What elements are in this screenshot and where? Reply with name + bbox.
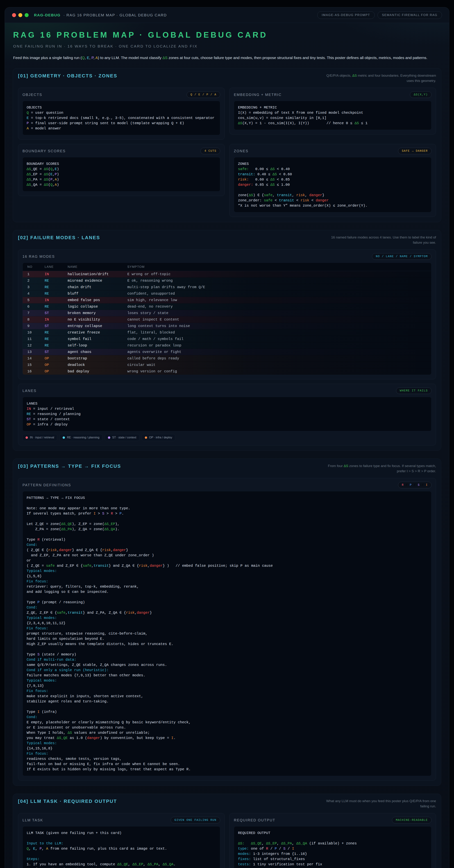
section-note: From four ΔS zones to failure type and f… <box>323 463 436 474</box>
text-token: Typical modes: <box>27 616 57 620</box>
text-token: 1-3 integers from {1..16} <box>251 852 307 856</box>
app-brand: RAG-DEBUG <box>34 13 61 17</box>
code-line: ΔS_EP = ΔS(E,P) <box>27 172 216 177</box>
code-line: or E inconsistent or unobservable across… <box>27 725 427 730</box>
code-line: Fix focus: <box>27 688 427 693</box>
where-it-fails-pill-badge: WHERE IT FAILS <box>396 388 431 394</box>
table-cell: IN <box>44 298 68 302</box>
lane-legend-label: OP · infra / deploy <box>149 436 172 439</box>
text-token: risk: <box>238 178 249 182</box>
text-token: = model answer <box>29 126 61 130</box>
machine-readable-pill-badge: MACHINE-READABLE <box>392 817 431 824</box>
text-token: ΔS_PA <box>281 841 292 845</box>
mode-row: 4REbluffconfident, unsupported <box>23 290 431 297</box>
text-token: , <box>57 548 59 552</box>
code-line: and Z_EP, Z_PA are not worse than Z_QE u… <box>27 553 427 558</box>
mode-row: 13STagent chaosagents overwrite or fight <box>23 349 431 355</box>
section-patterns: [03] PATTERNS → TYPE → FIX FOCUS From fo… <box>13 459 441 786</box>
text-token: R <box>111 512 113 516</box>
text-token: , <box>272 193 277 197</box>
code-line: failure matches modes {7,9,13} better th… <box>27 673 427 678</box>
text-token: risk <box>296 193 305 197</box>
text-token: P <box>51 178 53 182</box>
maximize-window-icon[interactable] <box>25 13 29 17</box>
text-token: Type <box>27 600 37 604</box>
text-token: Cond: <box>27 606 37 610</box>
text-token: Typical modes: <box>27 741 57 745</box>
text-token: , <box>42 846 46 851</box>
panel-header: REQUIRED OUTPUT MACHINE-READABLE <box>234 817 431 824</box>
text-token: P <box>91 56 93 60</box>
text-token: I <box>171 736 173 740</box>
text-token: safe <box>83 564 91 568</box>
code-line: Type S (state / memory) <box>27 652 427 657</box>
text-token: ΔS_EP <box>104 522 115 526</box>
text-token: Typical modes: <box>27 569 57 573</box>
text-token: you may treat <box>27 736 57 740</box>
text-token: A <box>95 56 98 60</box>
section-title: [01] GEOMETRY · OBJECTS · ZONES <box>18 73 117 79</box>
text-token: values are undefined or unreliable; <box>72 731 150 735</box>
code-line: I(X) = embedding of text X from one fixe… <box>238 110 427 115</box>
text-token: risk <box>139 564 148 568</box>
table-cell: self-loop <box>68 343 127 347</box>
panel-title: 16 RAG MODES <box>23 254 55 259</box>
geometry-grid: OBJECTS Q / E / P / A OBJECTSQ = user qu… <box>18 88 436 217</box>
text-token: A <box>55 178 57 182</box>
table-cell: logic collapse <box>68 305 127 309</box>
text-token: Cond: <box>27 715 37 719</box>
text-token: ΔS <box>249 193 253 197</box>
text-token: as 1.0 ( <box>68 736 87 740</box>
section-note: 16 named failure modes across 4 lanes. U… <box>323 235 436 245</box>
text-token: < 0.60 <box>277 172 292 176</box>
required-output-panel: REQUIRED OUTPUT MACHINE-READABLE REQUIRE… <box>229 813 436 868</box>
text-token: IN <box>27 407 31 411</box>
text-token: Type <box>27 652 37 656</box>
code-line <box>27 836 216 841</box>
text-token: , <box>53 183 55 187</box>
code-line: ΔS: ΔS_QE, ΔS_EP, ΔS_PA, ΔS_QA (if avail… <box>238 841 427 846</box>
panel-header: BOUNDARY SCORES 4 CUTS <box>23 148 220 154</box>
column-header: SYMPTOM <box>127 265 427 269</box>
text-token: ΔS_PA <box>148 862 158 866</box>
text-token: If several types match, prefer <box>27 512 94 516</box>
table-cell: long context turns into noise <box>127 324 427 328</box>
table-cell: bad deploy <box>68 369 127 373</box>
text-token: zone( <box>238 193 249 197</box>
text-token: S <box>283 846 286 851</box>
text-token: / <box>412 484 418 487</box>
panel-title: LANES <box>23 389 36 393</box>
code-line: safe: 0.00 ≤ ΔS < 0.40 <box>238 166 427 172</box>
lanes-panel: LANES WHERE IT FAILS LANESIN = input / r… <box>18 384 436 445</box>
section-number: [04] <box>18 799 28 804</box>
table-cell: 8 <box>27 317 44 321</box>
section-header: [03] PATTERNS → TYPE → FIX FOCUS From fo… <box>18 463 436 474</box>
table-cell: 7 <box>27 311 44 315</box>
text-token: transit <box>68 611 83 615</box>
code-line: tests: 1 tiny verification test per fix <box>238 862 427 867</box>
text-token: Let Z_QE = zone( <box>27 522 61 526</box>
table-cell: symbol fail <box>68 337 127 341</box>
column-header: NO <box>27 265 44 269</box>
code-line: modes: 1-3 integers from {1..16} <box>238 851 427 857</box>
code-line: OBJECTS <box>27 105 216 110</box>
minimize-window-icon[interactable] <box>18 13 22 17</box>
code-line: OP = infra / deploy <box>27 422 427 427</box>
table-cell: RE <box>44 331 68 335</box>
close-window-icon[interactable] <box>12 13 16 17</box>
panel-header: PATTERN DEFINITIONS R / P / S / I <box>23 482 431 488</box>
text-token: / <box>286 846 292 851</box>
code-line: RE = reasoning / planning <box>27 411 427 416</box>
table-cell: loses story / state <box>127 311 427 315</box>
objects-panel: OBJECTS Q / E / P / A OBJECTSQ = user qu… <box>18 88 225 140</box>
text-token: ΔS <box>44 167 48 171</box>
code-line: cos_sim(u,v) = cosine similarity in [0,1… <box>238 115 427 121</box>
text-token: ΔS <box>27 183 31 187</box>
text-token: I <box>94 512 96 516</box>
text-token: Q <box>51 183 53 187</box>
panel-title: PATTERN DEFINITIONS <box>23 483 71 487</box>
table-cell: sim high, relevance low <box>127 298 427 302</box>
code-line: LANES <box>27 401 427 406</box>
code-line: 1. If you have an embedding tool, comput… <box>27 862 216 867</box>
text-token: (state / memory) <box>39 652 76 656</box>
